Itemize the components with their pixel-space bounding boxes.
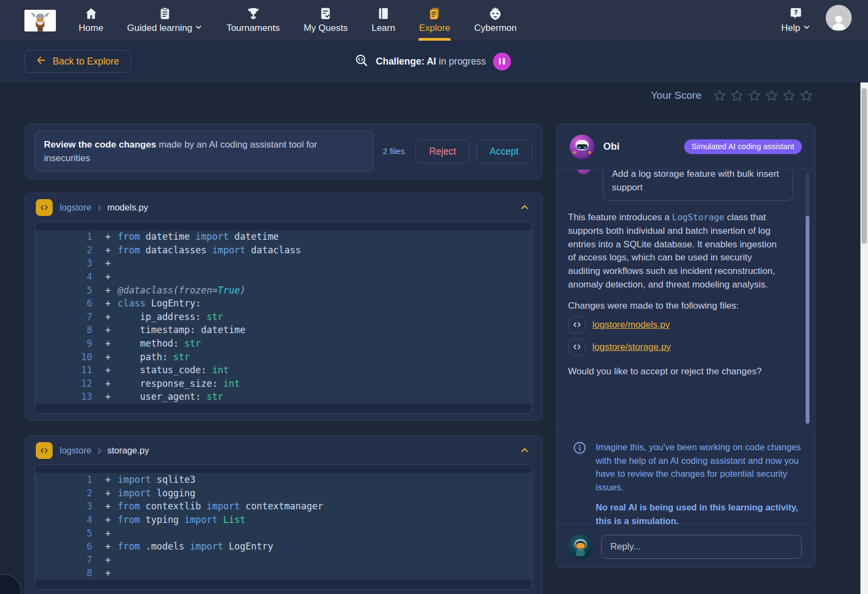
nav-item-learn[interactable]: Learn — [372, 0, 395, 41]
inline-code-logstorage: LogStorage — [672, 212, 724, 222]
help-icon: ? — [789, 6, 803, 21]
code-line: 5+@dataclass(frozen=True) — [35, 283, 532, 297]
code-line: 3+ — [35, 257, 532, 270]
nav-item-help[interactable]: ? Help — [781, 0, 810, 41]
nav-item-explore[interactable]: Explore — [419, 0, 450, 41]
info-icon — [573, 441, 586, 524]
breadcrumb-folder-link[interactable]: logstore — [60, 445, 92, 456]
trophy-icon — [246, 6, 260, 21]
quest-list-icon — [318, 6, 333, 21]
code-line: 5+ — [35, 526, 532, 540]
accept-button[interactable]: Accept — [476, 140, 533, 163]
nav-item-my-quests[interactable]: My Quests — [304, 0, 348, 41]
nav-items: HomeGuided learningTournamentsMy QuestsL… — [79, 0, 516, 41]
code-panel-header: logstorestorage.py — [25, 436, 542, 464]
page-scrollbar-thumb[interactable] — [861, 88, 867, 244]
changed-file-row: logstore/storage.py — [568, 338, 799, 356]
obi-avatar — [570, 135, 595, 159]
files-count-badge: 2 files — [382, 146, 405, 156]
star-icon[interactable] — [712, 88, 727, 103]
changed-file-link[interactable]: logstore/models.py — [592, 320, 670, 330]
score-label: Your Score — [651, 90, 701, 101]
changed-file-links: logstore/models.pylogstore/storage.py — [568, 316, 799, 356]
assistant-chat-panel: Obi Simulated AI coding assistant Add a … — [556, 124, 815, 568]
viking-logo[interactable] — [24, 10, 56, 31]
nav-item-label: My Quests — [304, 23, 348, 34]
nav-item-tournaments[interactable]: Tournaments — [226, 0, 279, 41]
accept-reject-question: Would you like to accept or reject the c… — [568, 365, 769, 379]
code-line: 8+ — [35, 566, 532, 580]
nav-item-home[interactable]: Home — [79, 0, 103, 41]
chevron-down-icon — [195, 23, 202, 34]
top-nav: HomeGuided learningTournamentsMy QuestsL… — [0, 0, 868, 41]
chevron-down-icon — [803, 23, 810, 34]
breadcrumb-folder-link[interactable]: logstore — [60, 202, 92, 213]
star-icon[interactable] — [730, 88, 744, 103]
floating-widget[interactable] — [0, 574, 22, 594]
book-icon — [376, 6, 391, 21]
search-code-icon — [354, 53, 369, 70]
stacked-pages-icon — [427, 6, 442, 21]
breadcrumb-file-name: models.py — [107, 202, 148, 213]
chat-scrollbar-thumb[interactable] — [806, 216, 809, 424]
chat-reply-bar — [557, 524, 815, 569]
home-icon — [84, 6, 98, 21]
code-diff-body: 1+from datetime import datetime2+from da… — [35, 221, 532, 413]
person-silhouette-icon — [829, 12, 848, 31]
pause-icon — [499, 58, 501, 65]
changed-file-link[interactable]: logstore/storage.py — [592, 342, 671, 353]
code-line: 4+from typing import List — [35, 513, 532, 527]
changed-files-heading: Changes were made to the following files… — [568, 301, 799, 311]
task-card: Review the code changes made by an AI co… — [24, 124, 542, 179]
code-line: 8+ timestamp: datetime — [35, 323, 532, 337]
nav-item-label: Explore — [419, 23, 450, 34]
user-message-avatar — [576, 170, 591, 174]
code-line: 12+ response_size: int — [35, 377, 532, 391]
nav-item-cybermon[interactable]: Cybermon — [474, 0, 516, 41]
code-line: 13+ user_agent: str — [35, 390, 532, 404]
star-icon[interactable] — [782, 88, 796, 103]
nav-item-label: Learn — [372, 23, 395, 34]
help-label: Help — [781, 23, 800, 34]
score-stars — [712, 88, 814, 103]
reply-input[interactable] — [601, 535, 802, 559]
page-scrollbar-track — [860, 82, 868, 594]
star-icon[interactable] — [747, 88, 762, 103]
code-diff-panel-storage-py: logstorestorage.py1+import sqlite32+impo… — [24, 436, 542, 594]
code-line: 11+ status_code: int — [35, 363, 532, 377]
code-angle-icon — [568, 316, 585, 334]
nav-right: ? Help — [781, 0, 852, 41]
code-diff-panel-models-py: logstoremodels.py1+from datetime import … — [24, 193, 542, 420]
star-icon[interactable] — [799, 88, 814, 103]
pause-button[interactable] — [493, 53, 510, 71]
info-text: Imagine this, you've been working on cod… — [596, 440, 802, 494]
code-line: 2+from dataclasses import dataclass — [35, 244, 532, 257]
back-to-explore-button[interactable]: Back to Explore — [24, 50, 131, 73]
challenge-progress-label: in progress — [436, 56, 486, 67]
challenge-title: Challenge: AI — [376, 56, 436, 67]
simulated-assistant-badge: Simulated AI coding assistant — [684, 139, 802, 154]
code-line: 1+from datetime import datetime — [35, 230, 532, 244]
code-line: 1+import sqlite3 — [35, 473, 532, 487]
user-avatar[interactable] — [826, 5, 852, 31]
code-line: 4+ — [35, 270, 532, 284]
star-icon[interactable] — [764, 88, 779, 103]
challenge-status: Challenge: AI in progress — [354, 41, 511, 82]
back-arrow-icon — [36, 55, 47, 68]
code-line: 2+import logging — [35, 487, 532, 500]
nav-item-guided-learning[interactable]: Guided learning — [127, 0, 202, 41]
task-description: Review the code changes made by an AI co… — [35, 131, 374, 172]
collapse-panel-button[interactable] — [518, 444, 531, 457]
viking-logo-icon — [24, 10, 56, 31]
collapse-panel-button[interactable] — [518, 201, 531, 214]
clipboard-icon — [158, 6, 172, 21]
challenge-bar: Back to Explore Challenge: AI in progres… — [0, 41, 868, 82]
nav-item-label: Home — [79, 23, 103, 34]
code-diff-body: 1+import sqlite32+import logging3+from c… — [35, 464, 532, 590]
app-page: HomeGuided learningTournamentsMy QuestsL… — [0, 0, 868, 594]
chat-messages[interactable]: Add a log storage feature with bulk inse… — [557, 170, 815, 427]
simulation-info-box: Imagine this, you've been working on cod… — [557, 427, 815, 524]
code-line: 9+ method: str — [35, 337, 532, 350]
code-line: 7+ ip_address: str — [35, 310, 532, 324]
reject-button[interactable]: Reject — [416, 140, 470, 163]
